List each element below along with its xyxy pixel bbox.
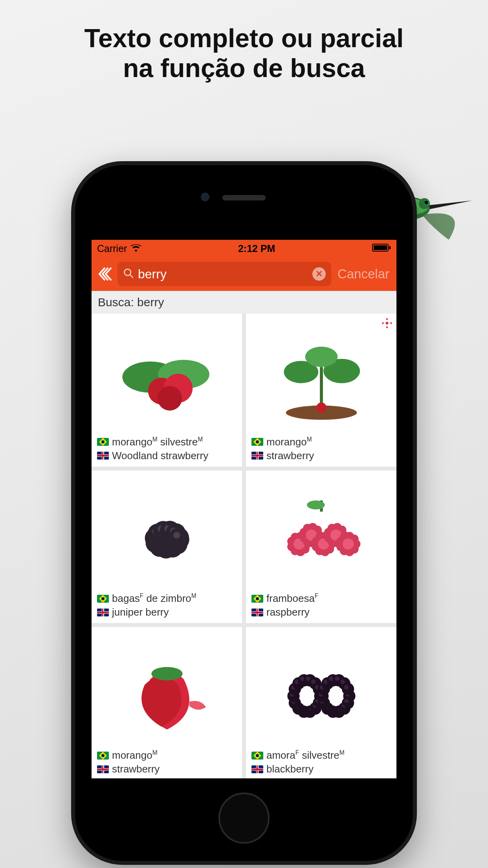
svg-point-18 xyxy=(382,322,384,324)
result-card[interactable]: morangoM silvestreM Woodland strawberry xyxy=(92,314,242,467)
label-text-pt: amoraF silvestreM xyxy=(266,749,345,761)
nav-bar: berry ✕ Cancelar xyxy=(92,257,396,291)
svg-rect-6 xyxy=(374,245,387,250)
svg-point-16 xyxy=(386,318,388,320)
svg-point-24 xyxy=(343,348,351,356)
home-button[interactable] xyxy=(218,793,270,844)
svg-point-17 xyxy=(386,326,388,328)
detail-badge-icon xyxy=(382,318,393,329)
label-text-pt: bagasF de zimbroM xyxy=(112,592,196,605)
svg-point-155 xyxy=(340,680,345,684)
result-card[interactable]: framboesaF raspberry xyxy=(246,471,396,623)
svg-point-15 xyxy=(386,322,389,325)
flag-uk-icon xyxy=(97,452,109,460)
label-text-pt: framboesaF xyxy=(266,592,318,605)
svg-line-9 xyxy=(130,275,133,278)
svg-point-127 xyxy=(311,680,316,684)
battery-icon xyxy=(372,243,391,254)
search-icon xyxy=(123,268,134,280)
flag-br-icon xyxy=(97,595,109,603)
svg-point-50 xyxy=(307,500,325,509)
label-portuguese: bagasF de zimbroM xyxy=(97,592,237,605)
svg-rect-7 xyxy=(389,246,391,249)
flag-uk-icon xyxy=(251,452,263,460)
clock-label: 2:12 PM xyxy=(238,243,275,254)
cancel-button[interactable]: Cancelar xyxy=(335,267,392,281)
status-bar: Carrier 2:12 PM xyxy=(92,240,396,257)
result-thumb xyxy=(251,477,391,591)
svg-point-156 xyxy=(342,683,354,695)
flag-uk-icon xyxy=(97,765,109,773)
search-field[interactable]: berry ✕ xyxy=(117,262,331,286)
result-thumb xyxy=(97,633,237,748)
result-thumb xyxy=(97,477,237,591)
result-card[interactable]: morangoM strawberry xyxy=(246,314,396,467)
label-english: Woodland strawberry xyxy=(97,450,237,462)
wifi-icon xyxy=(131,243,141,254)
result-thumb xyxy=(251,320,391,434)
carrier-label: Carrier xyxy=(97,243,127,254)
label-english: blackberry xyxy=(251,763,391,775)
svg-point-125 xyxy=(306,677,310,681)
label-portuguese: amoraF silvestreM xyxy=(251,749,391,761)
result-card[interactable]: bagasF de zimbroM juniper berry xyxy=(92,471,242,623)
flag-br-icon xyxy=(251,438,263,446)
label-portuguese: morangoM silvestreM xyxy=(97,436,237,448)
svg-point-157 xyxy=(344,685,348,690)
label-portuguese: morangoM xyxy=(97,749,237,761)
label-text-en: strawberry xyxy=(266,450,314,462)
flag-uk-icon xyxy=(97,609,109,616)
result-thumb xyxy=(97,320,237,434)
phone-speaker xyxy=(222,195,266,200)
back-button[interactable] xyxy=(96,265,114,283)
svg-point-25 xyxy=(316,403,327,413)
svg-point-2 xyxy=(419,198,430,209)
svg-point-14 xyxy=(157,386,182,410)
result-card[interactable]: amoraF silvestreM blackberry xyxy=(246,627,396,778)
result-thumb xyxy=(251,633,391,748)
svg-point-23 xyxy=(305,347,338,367)
label-text-en: raspberry xyxy=(266,606,310,618)
app-screen: Carrier 2:12 PM xyxy=(92,240,396,778)
label-text-en: blackberry xyxy=(266,763,314,775)
flag-uk-icon xyxy=(251,609,263,616)
search-input[interactable]: berry xyxy=(138,267,308,281)
label-portuguese: morangoM xyxy=(251,436,391,448)
label-text-pt: morangoM silvestreM xyxy=(112,436,203,448)
svg-point-49 xyxy=(173,532,180,539)
label-text-en: juniper berry xyxy=(112,606,169,618)
flag-br-icon xyxy=(97,438,109,446)
promo-line1: Texto completo ou parcial xyxy=(0,24,488,53)
phone-camera xyxy=(201,193,209,201)
promo-line2: na função de busca xyxy=(0,53,488,83)
label-text-en: Woodland strawberry xyxy=(112,450,208,462)
label-english: strawberry xyxy=(251,450,391,462)
result-card[interactable]: morangoM strawberry xyxy=(92,627,242,778)
promo-heading: Texto completo ou parcial na função de b… xyxy=(0,0,488,83)
svg-point-8 xyxy=(125,269,131,276)
results-grid[interactable]: morangoM silvestreM Woodland strawberry … xyxy=(92,314,396,778)
phone-bezel: Carrier 2:12 PM xyxy=(71,161,417,865)
label-english: raspberry xyxy=(251,606,391,618)
label-text-pt: morangoM xyxy=(266,436,312,448)
svg-point-100 xyxy=(342,538,353,549)
label-text-pt: morangoM xyxy=(112,749,158,761)
flag-br-icon xyxy=(97,752,109,760)
label-english: strawberry xyxy=(97,763,237,775)
flag-uk-icon xyxy=(251,765,263,773)
svg-point-19 xyxy=(390,322,392,324)
svg-point-101 xyxy=(151,667,183,680)
label-portuguese: framboesaF xyxy=(251,592,391,605)
flag-br-icon xyxy=(251,752,263,760)
flag-br-icon xyxy=(251,595,263,603)
label-english: juniper berry xyxy=(97,606,237,618)
svg-point-153 xyxy=(335,677,339,681)
svg-point-3 xyxy=(425,201,428,204)
results-header: Busca: berry xyxy=(92,291,396,314)
label-text-en: strawberry xyxy=(112,763,160,775)
clear-search-icon[interactable]: ✕ xyxy=(312,267,326,281)
